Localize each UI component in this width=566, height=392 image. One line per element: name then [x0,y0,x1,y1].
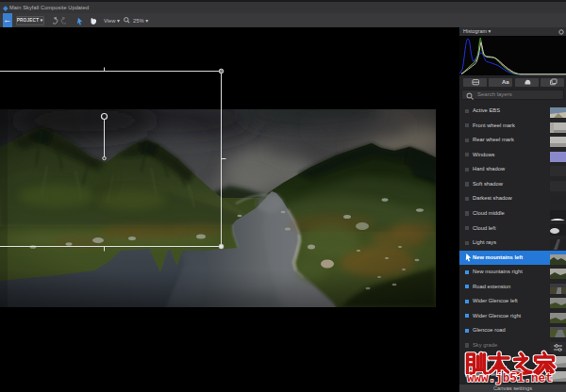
svg-text:Aa: Aa [502,79,509,85]
svg-text:www.jb51.net: www.jb51.net [467,372,553,385]
